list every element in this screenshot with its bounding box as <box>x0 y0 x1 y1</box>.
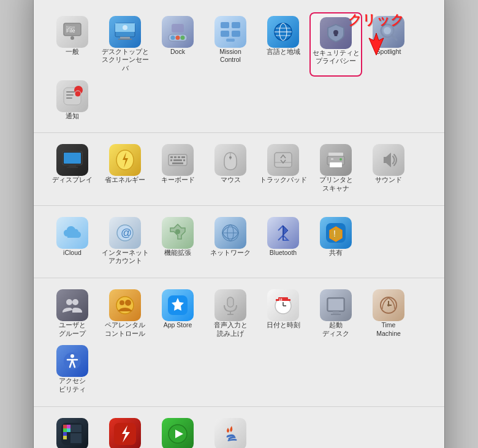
sound-icon <box>373 144 404 176</box>
svg-rect-48 <box>170 159 172 161</box>
section-3-grid: iCloud @ インターネットアカウント 機能拡張 <box>46 213 432 269</box>
icon-item-flip4mac[interactable]: Flip4Mac <box>151 414 204 448</box>
icon-item-bluetooth[interactable]: Bluetooth <box>257 213 309 269</box>
svg-rect-102 <box>70 425 82 432</box>
general-icon: FileNew <box>56 16 88 48</box>
language-label: 言語と地域 <box>267 48 300 56</box>
svg-rect-40 <box>64 153 81 164</box>
icon-item-users[interactable]: ユーザとグループ <box>46 286 99 341</box>
icon-item-mission[interactable]: MissionControl <box>204 12 257 77</box>
svg-point-70 <box>66 299 72 305</box>
svg-rect-76 <box>227 297 233 307</box>
svg-rect-87 <box>333 311 339 314</box>
icon-item-java[interactable]: Java <box>204 414 257 448</box>
svg-point-53 <box>229 156 232 159</box>
icon-item-mouse[interactable]: マウス <box>204 140 257 196</box>
datetime-icon: 18 <box>267 289 299 321</box>
svg-rect-36 <box>66 91 75 93</box>
svg-point-3 <box>70 36 74 40</box>
svg-rect-37 <box>66 94 74 96</box>
svg-text:New: New <box>66 25 75 29</box>
icon-item-notifications[interactable]: 通知 <box>46 77 99 124</box>
icon-item-timemachine[interactable]: TimeMachine <box>362 286 415 341</box>
icon-item-general[interactable]: FileNew 一般 <box>46 12 99 77</box>
icon-item-sound[interactable]: サウンド <box>362 140 415 196</box>
printer-icon <box>320 144 352 176</box>
icon-item-keyboard[interactable]: キーボード <box>151 140 204 196</box>
icon-item-dock[interactable]: Dock <box>151 12 204 77</box>
accessibility-icon <box>56 345 88 377</box>
java-icon <box>214 418 246 448</box>
section-hardware: ディスプレイ 省エネルギー キーボード <box>34 133 444 205</box>
timemachine-label: TimeMachine <box>376 321 401 338</box>
svg-rect-41 <box>69 165 76 167</box>
svg-point-71 <box>72 299 78 305</box>
energy-icon <box>109 144 141 176</box>
icon-item-trackpad[interactable]: トラックパッド <box>257 140 309 196</box>
datetime-label: 日付と時刻 <box>267 321 300 330</box>
svg-rect-42 <box>67 167 78 168</box>
sharing-icon: ! <box>320 217 352 249</box>
mission-icon <box>214 16 246 48</box>
svg-rect-46 <box>178 156 180 158</box>
svg-rect-56 <box>328 153 343 156</box>
icon-item-energy[interactable]: 省エネルギー <box>99 140 151 196</box>
icon-item-dictation[interactable]: 音声入力と読み上げ <box>204 286 257 341</box>
svg-rect-81 <box>276 299 290 301</box>
mouse-label: マウス <box>221 176 241 184</box>
svg-point-63 <box>175 229 180 234</box>
bluetooth-label: Bluetooth <box>270 249 297 257</box>
svg-marker-0 <box>369 33 384 55</box>
svg-rect-20 <box>232 31 240 37</box>
svg-rect-51 <box>172 162 183 164</box>
svg-point-11 <box>123 25 127 30</box>
icon-item-cineform[interactable]: Cineform <box>46 414 99 448</box>
svg-rect-44 <box>170 156 173 158</box>
extensions-icon <box>162 217 194 249</box>
svg-text:!: ! <box>333 229 336 238</box>
svg-rect-50 <box>183 159 185 161</box>
language-icon <box>267 16 299 48</box>
icon-item-internet[interactable]: @ インターネットアカウント <box>99 213 151 269</box>
startup-icon <box>320 289 352 321</box>
icon-item-accessibility[interactable]: アクセシビリティ <box>46 341 99 397</box>
network-label: ネットワーク <box>210 249 251 257</box>
accessibility-label: アクセシビリティ <box>59 377 86 393</box>
svg-text:18: 18 <box>279 298 283 302</box>
svg-rect-21 <box>226 39 235 42</box>
parental-icon <box>109 289 141 321</box>
icon-item-appstore[interactable]: App Store <box>151 286 204 341</box>
icon-item-network[interactable]: ネットワーク <box>204 213 257 269</box>
svg-point-14 <box>176 36 180 40</box>
startup-label: 起動ディスク <box>322 321 349 338</box>
svg-rect-101 <box>67 428 70 432</box>
flashplayer-icon <box>109 418 141 448</box>
click-annotation: クリック <box>348 11 404 56</box>
svg-rect-38 <box>66 97 72 99</box>
section-internet: iCloud @ インターネットアカウント 機能拡張 <box>34 206 444 278</box>
cineform-icon <box>56 418 88 448</box>
section-2-grid: ディスプレイ 省エネルギー キーボード <box>46 140 432 196</box>
icon-item-extensions[interactable]: 機能拡張 <box>151 213 204 269</box>
svg-rect-47 <box>181 156 185 158</box>
icon-item-printer[interactable]: プリンタとスキャナ <box>309 140 362 196</box>
svg-rect-17 <box>221 22 229 28</box>
internet-label: インターネットアカウント <box>102 249 149 265</box>
icon-item-display[interactable]: ディスプレイ <box>46 140 99 196</box>
dock-icon <box>162 16 194 48</box>
icon-item-language[interactable]: 言語と地域 <box>257 12 309 77</box>
icon-item-icloud[interactable]: iCloud <box>46 213 99 269</box>
appstore-icon <box>162 289 194 321</box>
icon-item-datetime[interactable]: 18 日付と時刻 <box>257 286 309 341</box>
icon-item-desktop[interactable]: デスクトップとスクリーンセーバ <box>99 12 151 77</box>
svg-rect-86 <box>328 299 343 310</box>
icon-item-flashplayer[interactable]: Flash Player <box>99 414 151 448</box>
svg-rect-28 <box>335 32 338 36</box>
icon-item-sharing[interactable]: ! 共有 <box>309 213 362 269</box>
icon-item-startup[interactable]: 起動ディスク <box>309 286 362 341</box>
svg-rect-9 <box>120 37 130 39</box>
main-window: ‹ › ⠿ システム環境設定 🔍 ✕ FileNew 一般 <box>34 0 444 448</box>
svg-rect-58 <box>330 162 342 167</box>
icon-item-parental[interactable]: ペアレンタルコントロール <box>99 286 151 341</box>
appstore-label: App Store <box>164 321 192 330</box>
